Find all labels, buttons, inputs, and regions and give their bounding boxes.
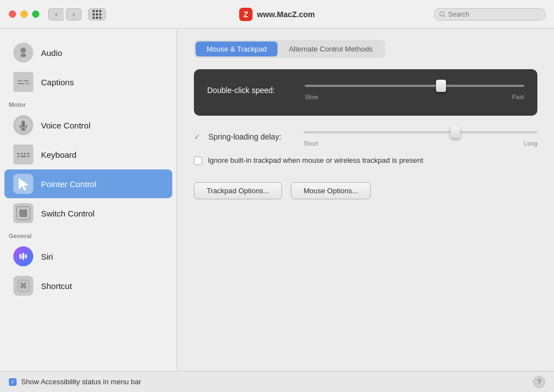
sidebar-item-pointer-control[interactable]: Pointer Control: [4, 169, 172, 198]
svg-rect-19: [17, 156, 19, 157]
tabs-container: Mouse & Trackpad Alternate Control Metho…: [194, 40, 385, 58]
double-click-label: Double-click speed:: [207, 86, 296, 95]
forward-button[interactable]: ›: [66, 8, 81, 20]
svg-rect-18: [27, 153, 29, 154]
sidebar-item-label: Voice Control: [41, 121, 90, 130]
grid-icon: [93, 10, 101, 19]
back-button[interactable]: ‹: [48, 8, 64, 20]
spring-loading-label: Spring-loading delay:: [208, 132, 297, 141]
double-click-slider-thumb[interactable]: [436, 80, 446, 92]
svg-point-3: [20, 48, 26, 53]
window-title: www.MacZ.com: [257, 10, 315, 19]
svg-rect-17: [24, 153, 26, 154]
buttons-row: Trackpad Options... Mouse Options...: [194, 182, 537, 199]
svg-rect-11: [22, 121, 25, 127]
pointer-icon: [13, 174, 33, 194]
siri-icon: [13, 246, 33, 266]
sidebar-item-captions[interactable]: Captions: [4, 68, 172, 96]
search-icon: [439, 11, 445, 18]
sidebar-item-label: Shortcut: [41, 281, 72, 291]
svg-rect-9: [25, 83, 29, 84]
spring-loading-slider-bg: [304, 131, 537, 133]
fast-label: Fast: [512, 94, 524, 100]
sidebar-item-label: Captions: [41, 78, 74, 87]
title-center: Z www.MacZ.com: [239, 8, 315, 21]
slow-label: Slow: [305, 94, 318, 100]
svg-rect-15: [17, 153, 19, 154]
tab-mouse-trackpad[interactable]: Mouse & Trackpad: [196, 42, 278, 56]
keyboard-icon: [13, 145, 33, 164]
spring-loading-slider-container: Short Long: [304, 127, 537, 147]
dark-settings-panel: Double-click speed: Slow Fast: [194, 69, 537, 116]
spring-loading-slider-track[interactable]: [304, 127, 537, 138]
svg-text:⌘: ⌘: [19, 281, 27, 290]
sidebar-item-voice-control[interactable]: Voice Control: [4, 111, 172, 140]
svg-point-26: [19, 254, 22, 259]
svg-rect-20: [20, 156, 26, 157]
slider-bg: [305, 85, 524, 87]
sidebar-item-label: Switch Control: [41, 209, 95, 218]
double-click-slider-track[interactable]: [305, 80, 524, 91]
general-section-label: General: [0, 228, 177, 241]
long-label: Long: [524, 140, 537, 147]
svg-rect-4: [20, 54, 26, 57]
spring-labels: Short Long: [304, 140, 537, 147]
svg-marker-22: [19, 178, 28, 190]
grid-button[interactable]: [88, 8, 106, 20]
search-input[interactable]: [448, 11, 540, 18]
sidebar-item-shortcut[interactable]: ⌘ Shortcut: [4, 271, 172, 300]
svg-rect-14: [16, 151, 31, 159]
maximize-button[interactable]: [32, 11, 39, 18]
svg-point-28: [25, 254, 27, 259]
show-accessibility-label: Show Accessibility status in menu bar: [21, 378, 141, 386]
svg-rect-21: [27, 156, 29, 157]
sidebar-item-siri[interactable]: Siri: [4, 242, 172, 271]
show-accessibility-checkbox[interactable]: ✓: [9, 378, 17, 386]
traffic-lights: [9, 11, 39, 18]
title-bar: ‹ › Z www.MacZ.com: [0, 0, 554, 29]
search-bar[interactable]: [434, 8, 545, 20]
nav-buttons: ‹ ›: [48, 8, 106, 20]
shortcut-icon: ⌘: [13, 276, 33, 296]
trackpad-options-button[interactable]: Trackpad Options...: [194, 182, 282, 199]
spring-loading-slider-thumb[interactable]: [450, 126, 460, 138]
svg-point-27: [22, 252, 24, 260]
svg-rect-8: [18, 83, 24, 84]
svg-rect-7: [23, 80, 29, 81]
sidebar-item-keyboard[interactable]: Keyboard: [4, 140, 172, 169]
sidebar-item-switch-control[interactable]: Switch Control: [4, 199, 172, 228]
z-logo: Z: [239, 8, 253, 21]
sidebar-item-label: Pointer Control: [41, 179, 96, 189]
svg-rect-16: [20, 153, 23, 154]
ignore-trackpad-row: Ignore built-in trackpad when mouse or w…: [194, 156, 537, 166]
help-button[interactable]: ?: [533, 376, 545, 388]
svg-rect-5: [16, 78, 31, 87]
ignore-trackpad-checkbox[interactable]: [194, 157, 202, 165]
minimize-button[interactable]: [20, 11, 28, 18]
short-label: Short: [304, 140, 318, 147]
ignore-trackpad-label: Ignore built-in trackpad when mouse or w…: [208, 156, 423, 166]
main-content: Audio Captions Motor: [0, 29, 554, 371]
bottom-bar: ✓ Show Accessibility status in menu bar …: [0, 371, 554, 392]
sidebar-item-label: Siri: [41, 252, 53, 261]
captions-icon: [13, 72, 33, 92]
slider-labels: Slow Fast: [305, 94, 524, 100]
sidebar-item-label: Audio: [41, 48, 62, 58]
close-button[interactable]: [9, 11, 16, 18]
sidebar: Audio Captions Motor: [0, 29, 177, 371]
svg-rect-24: [19, 209, 27, 217]
double-click-row: Double-click speed: Slow Fast: [207, 80, 524, 100]
spring-loading-checkmark[interactable]: ✓: [194, 132, 201, 141]
svg-rect-6: [18, 80, 22, 81]
sidebar-item-audio[interactable]: Audio: [4, 38, 172, 67]
audio-icon: [13, 43, 33, 63]
tab-alternate-control[interactable]: Alternate Control Methods: [278, 42, 383, 56]
voice-icon: [13, 115, 33, 135]
switch-icon: [13, 203, 33, 223]
svg-point-0: [440, 12, 444, 16]
right-panel: Mouse & Trackpad Alternate Control Metho…: [177, 29, 554, 371]
double-click-slider-container: Slow Fast: [305, 80, 524, 100]
svg-line-1: [443, 15, 445, 17]
sidebar-item-label: Keyboard: [41, 150, 76, 159]
mouse-options-button[interactable]: Mouse Options...: [291, 182, 371, 199]
